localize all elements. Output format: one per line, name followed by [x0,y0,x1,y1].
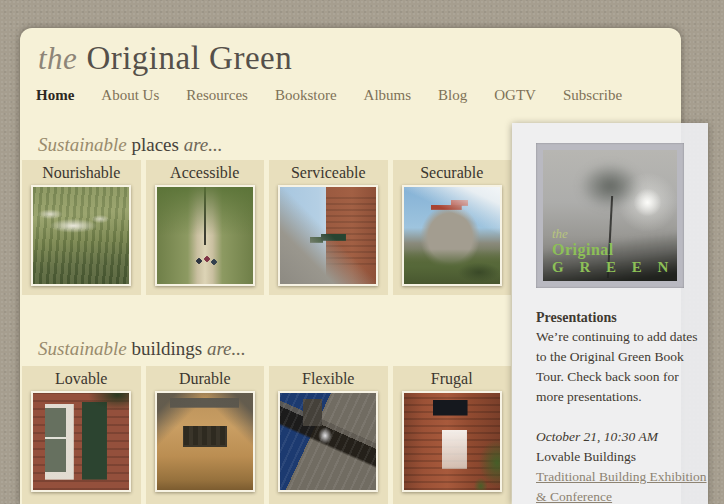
presentations-intro: We’re continuing to add dates to the Ori… [536,327,708,407]
frugal-photo[interactable] [402,391,502,492]
logo-name: Original Green [86,40,292,76]
accessible-photo[interactable] [155,185,255,286]
card-frugal: Frugal [393,366,512,504]
logo-the: the [38,41,77,76]
card-lovable: Lovable [22,366,141,504]
desktop-background: { "header": { "logo": { "the": "the", "n… [0,0,724,504]
card-flexible: Flexible [269,366,388,504]
card-accessible: Accessible [146,160,265,295]
buildings-card-row: Lovable Durable Flexible Frugal [22,366,511,504]
site-logo: theOriginal Green [38,40,292,77]
nourishable-photo[interactable] [31,185,131,286]
cover-green: G R E E N [552,258,674,277]
heading-noun: buildings [131,338,202,359]
card-label: Frugal [393,369,512,389]
presentations-block: Presentations We’re continuing to add da… [536,309,708,504]
heading-tail: are... [207,338,246,359]
serviceable-photo[interactable] [278,185,378,286]
card-label: Accessible [146,163,265,183]
event-date: October 21, 10:30 AM [536,427,708,447]
card-label: Serviceable [269,163,388,183]
durable-photo[interactable] [155,391,255,492]
heading-em: Sustainable [38,134,127,155]
nav-ogtv[interactable]: OGTV [494,87,536,103]
card-securable: Securable [393,160,512,295]
presentations-title: Presentations [536,309,708,327]
securable-photo[interactable] [402,185,502,286]
places-section-heading: Sustainable places are... [38,134,223,156]
main-nav: Home About Us Resources Bookstore Albums… [36,86,645,104]
card-serviceable: Serviceable [269,160,388,295]
book-cover-photo: the Original G R E E N [543,150,677,281]
nav-about-us[interactable]: About Us [101,87,159,103]
buildings-section-heading: Sustainable buildings are... [38,338,246,360]
nav-home[interactable]: Home [36,87,74,103]
sidebar-panel: the Original G R E E N Presentations We’… [512,123,708,504]
flexible-photo[interactable] [278,391,378,492]
card-nourishable: Nourishable [22,160,141,295]
event-conference-link[interactable]: Traditional Building Exhibition & Confer… [536,467,708,504]
nav-resources[interactable]: Resources [186,87,248,103]
nav-blog[interactable]: Blog [438,87,467,103]
lovable-photo[interactable] [31,391,131,492]
nav-bookstore[interactable]: Bookstore [275,87,337,103]
card-label: Nourishable [22,163,141,183]
event-name: Lovable Buildings [536,447,708,467]
card-label: Securable [393,163,512,183]
card-durable: Durable [146,366,265,504]
card-label: Durable [146,369,265,389]
card-label: Flexible [269,369,388,389]
heading-em: Sustainable [38,338,127,359]
places-card-row: Nourishable Accessible Serviceable Secur… [22,160,511,295]
cover-the: the [552,227,674,241]
heading-tail: are... [184,134,223,155]
nav-subscribe[interactable]: Subscribe [563,87,622,103]
heading-noun: places [131,134,178,155]
original-green-book-cover[interactable]: the Original G R E E N [536,143,684,288]
cover-original: Original [552,241,674,258]
card-label: Lovable [22,369,141,389]
nav-albums[interactable]: Albums [364,87,412,103]
book-cover-title: the Original G R E E N [552,227,674,277]
